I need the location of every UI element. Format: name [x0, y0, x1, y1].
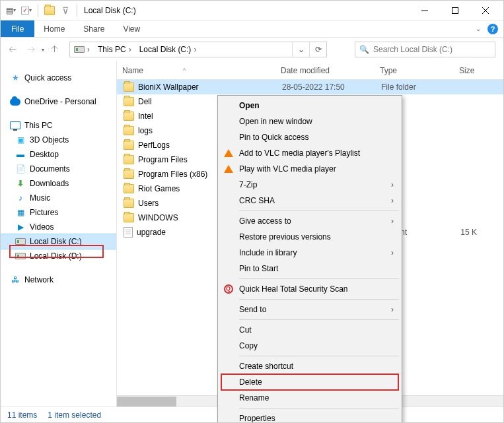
chevron-right-icon: ›	[391, 216, 394, 226]
ctx-cut[interactable]: Cut	[219, 322, 400, 338]
sidebar-item-videos[interactable]: ▶Videos	[1, 220, 116, 234]
ribbon-tab-home[interactable]: Home	[34, 20, 74, 37]
ribbon-expand-icon[interactable]: ⌄	[476, 25, 481, 32]
file-name: Riot Games	[138, 184, 180, 193]
nav-bar: 🡠 🡢 ▾ 🡡 › This PC› Local Disk (C:)› ⌄ ⟳ …	[1, 38, 503, 61]
sidebar-item-pictures[interactable]: ▦Pictures	[1, 205, 116, 220]
search-placeholder: Search Local Disk (C:)	[373, 45, 452, 54]
chevron-right-icon: ›	[391, 180, 394, 189]
sidebar-item-downloads[interactable]: ⬇Downloads	[1, 176, 116, 191]
folder-icon	[124, 126, 134, 135]
ribbon: File Home Share View ⌄ ?	[1, 20, 503, 38]
ctx-vlc-add[interactable]: Add to VLC media player's Playlist	[219, 145, 400, 161]
sidebar-item-disk-c[interactable]: Local Disk (C:)	[1, 234, 116, 249]
chevron-right-icon: ›	[391, 196, 394, 205]
ctx-pin-quick-access[interactable]: Pin to Quick access	[219, 129, 400, 145]
onedrive-icon	[10, 96, 20, 107]
breadcrumb-pc[interactable]: This PC	[98, 45, 126, 54]
search-input[interactable]: 🔍 Search Local Disk (C:)	[355, 42, 495, 57]
ribbon-tab-view[interactable]: View	[114, 20, 149, 37]
folder-icon	[124, 97, 134, 106]
ctx-quickheal-scan[interactable]: Quick Heal Total Security Scan	[219, 281, 400, 297]
ribbon-file-tab[interactable]: File	[1, 20, 34, 37]
quickheal-icon	[223, 284, 234, 294]
folder-icon	[124, 170, 134, 179]
disk-icon	[15, 236, 26, 247]
folder-icon	[124, 184, 134, 193]
col-name-header[interactable]: Name^	[122, 66, 281, 75]
qat-overflow-icon[interactable]: ⊽	[58, 3, 73, 18]
videos-icon: ▶	[15, 222, 26, 232]
folder-icon	[124, 213, 134, 222]
ctx-open[interactable]: Open	[219, 98, 400, 114]
folder-icon	[124, 155, 134, 164]
ctx-include-library[interactable]: Include in library›	[219, 245, 400, 261]
file-name: PerfLogs	[138, 141, 170, 150]
col-size-header[interactable]: Size	[459, 66, 503, 75]
address-bar[interactable]: › This PC› Local Disk (C:)› ⌄ ⟳	[69, 42, 327, 57]
folder-icon	[42, 3, 57, 18]
maximize-button[interactable]	[440, 1, 470, 20]
sidebar-item-music[interactable]: ♪Music	[1, 191, 116, 205]
sidebar-item-3d[interactable]: ▣3D Objects	[1, 133, 116, 147]
back-button[interactable]: 🡠	[5, 42, 20, 57]
sidebar-item-documents[interactable]: 📄Documents	[1, 162, 116, 176]
file-name: Program Files (x86)	[138, 170, 207, 179]
file-icon	[124, 227, 133, 238]
ctx-vlc-play[interactable]: Play with VLC media player	[219, 161, 400, 177]
qat-check-icon[interactable]: ✓▾	[19, 3, 34, 18]
ribbon-tab-share[interactable]: Share	[74, 20, 114, 37]
folder-icon	[124, 82, 134, 92]
sidebar-this-pc[interactable]: This PC	[1, 118, 116, 133]
status-item-count: 11 items	[7, 410, 37, 420]
sidebar-onedrive[interactable]: OneDrive - Personal	[1, 94, 116, 109]
ctx-copy[interactable]: Copy	[219, 338, 400, 354]
status-selection: 1 item selected	[48, 410, 101, 420]
file-name: Users	[138, 199, 159, 208]
chevron-right-icon: ›	[391, 305, 394, 314]
ctx-restore-versions[interactable]: Restore previous versions	[219, 229, 400, 245]
ctx-crc[interactable]: CRC SHA›	[219, 193, 400, 209]
ctx-give-access[interactable]: Give access to›	[219, 213, 400, 229]
breadcrumb-disk[interactable]: Local Disk (C:)	[139, 45, 192, 54]
file-row[interactable]: BioniX Wallpaper28-05-2022 17:50File fol…	[117, 80, 503, 94]
vlc-icon	[223, 148, 234, 158]
ctx-send-to[interactable]: Send to›	[219, 302, 400, 317]
col-date-header[interactable]: Date modified	[281, 66, 380, 75]
file-name: upgrade	[137, 228, 166, 237]
help-icon[interactable]: ?	[487, 24, 498, 34]
documents-icon: 📄	[15, 164, 26, 174]
file-name: logs	[138, 126, 153, 135]
forward-button[interactable]: 🡢	[23, 42, 39, 57]
svg-rect-1	[452, 7, 458, 13]
disk-icon	[15, 251, 26, 261]
close-button[interactable]	[470, 1, 501, 20]
file-name: BioniX Wallpaper	[138, 82, 199, 92]
col-type-header[interactable]: Type	[380, 66, 459, 75]
ctx-delete[interactable]: Delete	[219, 374, 400, 390]
disk-icon	[74, 46, 85, 53]
history-dropdown-icon[interactable]: ▾	[42, 47, 44, 53]
ctx-open-new-window[interactable]: Open in new window	[219, 114, 400, 129]
sidebar-item-desktop[interactable]: ▬Desktop	[1, 147, 116, 162]
addr-dropdown-icon[interactable]: ⌄	[292, 42, 309, 57]
title-bar: ▤▾ ✓▾ ⊽ Local Disk (C:)	[1, 1, 503, 20]
network-icon: 🖧	[10, 275, 20, 285]
up-button[interactable]: 🡡	[47, 42, 63, 57]
star-icon: ★	[10, 73, 20, 83]
ctx-rename[interactable]: Rename	[219, 390, 400, 406]
ctx-pin-start[interactable]: Pin to Start	[219, 261, 400, 277]
navigation-pane: ★Quick access OneDrive - Personal This P…	[1, 61, 117, 407]
refresh-button[interactable]: ⟳	[309, 42, 326, 57]
ctx-create-shortcut[interactable]: Create shortcut	[219, 358, 400, 374]
minimize-button[interactable]	[410, 1, 440, 20]
file-name: WINDOWS	[138, 213, 178, 222]
qat-menu-icon[interactable]: ▤▾	[3, 3, 18, 18]
sidebar-quick-access[interactable]: ★Quick access	[1, 71, 116, 85]
sidebar-network[interactable]: 🖧Network	[1, 273, 116, 287]
file-name: Dell	[138, 97, 152, 106]
ctx-properties[interactable]: Properties	[219, 410, 400, 423]
pictures-icon: ▦	[15, 207, 26, 218]
ctx-7zip[interactable]: 7-Zip›	[219, 177, 400, 193]
sidebar-item-disk-d[interactable]: Local Disk (D:)	[1, 249, 116, 263]
